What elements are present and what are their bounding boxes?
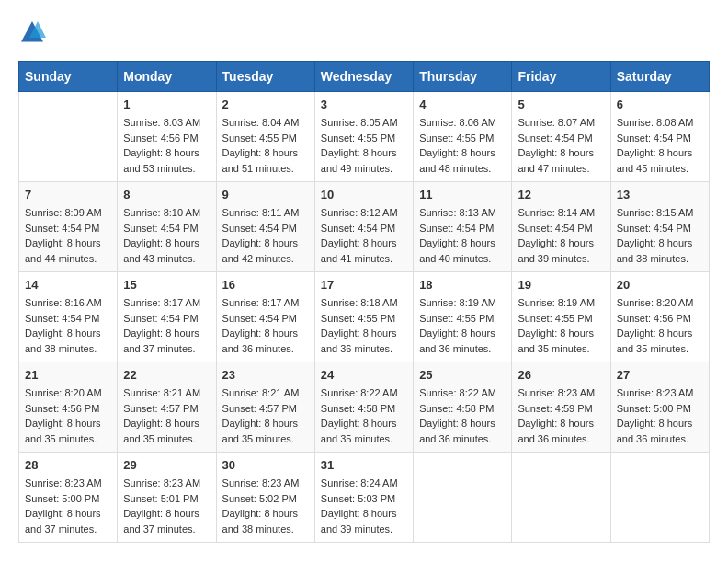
day-info: Sunrise: 8:20 AMSunset: 4:56 PMDaylight:… [25, 385, 111, 446]
day-info: Sunrise: 8:06 AMSunset: 4:55 PMDaylight:… [419, 115, 506, 176]
day-info: Sunrise: 8:15 AMSunset: 4:54 PMDaylight:… [617, 205, 703, 266]
calendar-header-row: SundayMondayTuesdayWednesdayThursdayFrid… [19, 62, 710, 92]
calendar-cell: 31Sunrise: 8:24 AMSunset: 5:03 PMDayligh… [314, 453, 413, 543]
calendar-cell: 26Sunrise: 8:23 AMSunset: 4:59 PMDayligh… [512, 362, 610, 453]
calendar-cell: 15Sunrise: 8:17 AMSunset: 4:54 PMDayligh… [118, 272, 216, 362]
calendar-cell: 13Sunrise: 8:15 AMSunset: 4:54 PMDayligh… [610, 182, 709, 272]
calendar-week-row: 1Sunrise: 8:03 AMSunset: 4:56 PMDaylight… [19, 92, 710, 182]
day-number: 9 [222, 188, 309, 201]
day-number: 30 [222, 458, 309, 472]
calendar-cell: 10Sunrise: 8:12 AMSunset: 4:54 PMDayligh… [314, 182, 413, 272]
day-number: 11 [419, 188, 506, 201]
day-number: 29 [123, 458, 210, 472]
day-number: 15 [123, 278, 210, 292]
day-info: Sunrise: 8:09 AMSunset: 4:54 PMDaylight:… [25, 205, 111, 266]
day-info: Sunrise: 8:23 AMSunset: 4:59 PMDaylight:… [518, 385, 604, 446]
day-number: 31 [321, 458, 407, 472]
calendar-week-row: 21Sunrise: 8:20 AMSunset: 4:56 PMDayligh… [19, 362, 710, 453]
day-number: 4 [419, 98, 506, 111]
logo-icon [18, 18, 46, 46]
day-info: Sunrise: 8:08 AMSunset: 4:54 PMDaylight:… [617, 115, 703, 176]
calendar-header-monday: Monday [118, 62, 216, 92]
day-number: 5 [518, 98, 604, 111]
day-number: 19 [518, 278, 604, 292]
calendar-cell: 22Sunrise: 8:21 AMSunset: 4:57 PMDayligh… [118, 362, 216, 453]
calendar-week-row: 28Sunrise: 8:23 AMSunset: 5:00 PMDayligh… [19, 453, 710, 543]
calendar-cell [512, 453, 610, 543]
day-info: Sunrise: 8:14 AMSunset: 4:54 PMDaylight:… [518, 205, 604, 266]
day-info: Sunrise: 8:19 AMSunset: 4:55 PMDaylight:… [518, 295, 604, 356]
calendar-cell: 29Sunrise: 8:23 AMSunset: 5:01 PMDayligh… [118, 453, 216, 543]
day-info: Sunrise: 8:13 AMSunset: 4:54 PMDaylight:… [419, 205, 506, 266]
day-number: 17 [321, 278, 407, 292]
calendar-cell: 19Sunrise: 8:19 AMSunset: 4:55 PMDayligh… [512, 272, 610, 362]
calendar-cell: 16Sunrise: 8:17 AMSunset: 4:54 PMDayligh… [216, 272, 314, 362]
calendar-cell: 11Sunrise: 8:13 AMSunset: 4:54 PMDayligh… [414, 182, 512, 272]
calendar-cell: 12Sunrise: 8:14 AMSunset: 4:54 PMDayligh… [512, 182, 610, 272]
day-info: Sunrise: 8:04 AMSunset: 4:55 PMDaylight:… [222, 115, 309, 176]
day-number: 3 [321, 98, 407, 111]
page-header [18, 18, 710, 46]
calendar-cell: 4Sunrise: 8:06 AMSunset: 4:55 PMDaylight… [414, 92, 512, 182]
calendar-week-row: 14Sunrise: 8:16 AMSunset: 4:54 PMDayligh… [19, 272, 710, 362]
day-info: Sunrise: 8:07 AMSunset: 4:54 PMDaylight:… [518, 115, 604, 176]
calendar-cell: 14Sunrise: 8:16 AMSunset: 4:54 PMDayligh… [19, 272, 118, 362]
day-number: 23 [222, 368, 309, 382]
day-number: 12 [518, 188, 604, 201]
day-number: 13 [617, 188, 703, 201]
day-number: 25 [419, 368, 506, 382]
day-number: 22 [123, 368, 210, 382]
calendar-header-wednesday: Wednesday [314, 62, 413, 92]
calendar-cell: 5Sunrise: 8:07 AMSunset: 4:54 PMDaylight… [512, 92, 610, 182]
calendar-header-sunday: Sunday [19, 62, 118, 92]
calendar-cell: 30Sunrise: 8:23 AMSunset: 5:02 PMDayligh… [216, 453, 314, 543]
calendar-cell: 2Sunrise: 8:04 AMSunset: 4:55 PMDaylight… [216, 92, 314, 182]
calendar-cell: 1Sunrise: 8:03 AMSunset: 4:56 PMDaylight… [118, 92, 216, 182]
day-info: Sunrise: 8:24 AMSunset: 5:03 PMDaylight:… [321, 476, 407, 536]
logo [18, 18, 50, 46]
day-info: Sunrise: 8:23 AMSunset: 5:00 PMDaylight:… [25, 476, 111, 536]
calendar-header-thursday: Thursday [414, 62, 512, 92]
day-info: Sunrise: 8:19 AMSunset: 4:55 PMDaylight:… [419, 295, 506, 356]
calendar-cell: 25Sunrise: 8:22 AMSunset: 4:58 PMDayligh… [414, 362, 512, 453]
day-number: 18 [419, 278, 506, 292]
calendar-cell: 6Sunrise: 8:08 AMSunset: 4:54 PMDaylight… [610, 92, 709, 182]
calendar-cell: 23Sunrise: 8:21 AMSunset: 4:57 PMDayligh… [216, 362, 314, 453]
calendar-cell [19, 92, 118, 182]
calendar-week-row: 7Sunrise: 8:09 AMSunset: 4:54 PMDaylight… [19, 182, 710, 272]
calendar-cell: 18Sunrise: 8:19 AMSunset: 4:55 PMDayligh… [414, 272, 512, 362]
day-number: 7 [25, 188, 111, 201]
day-number: 24 [321, 368, 407, 382]
calendar-cell: 24Sunrise: 8:22 AMSunset: 4:58 PMDayligh… [314, 362, 413, 453]
calendar-header-saturday: Saturday [610, 62, 709, 92]
day-info: Sunrise: 8:03 AMSunset: 4:56 PMDaylight:… [123, 115, 210, 176]
day-info: Sunrise: 8:17 AMSunset: 4:54 PMDaylight:… [222, 295, 309, 356]
calendar-cell [610, 453, 709, 543]
calendar-cell [414, 453, 512, 543]
day-info: Sunrise: 8:12 AMSunset: 4:54 PMDaylight:… [321, 205, 407, 266]
day-number: 8 [123, 188, 210, 201]
calendar-cell: 20Sunrise: 8:20 AMSunset: 4:56 PMDayligh… [610, 272, 709, 362]
day-info: Sunrise: 8:16 AMSunset: 4:54 PMDaylight:… [25, 295, 111, 356]
calendar-header-friday: Friday [512, 62, 610, 92]
day-number: 6 [617, 98, 703, 111]
day-info: Sunrise: 8:11 AMSunset: 4:54 PMDaylight:… [222, 205, 309, 266]
calendar-cell: 7Sunrise: 8:09 AMSunset: 4:54 PMDaylight… [19, 182, 118, 272]
day-number: 20 [617, 278, 703, 292]
day-info: Sunrise: 8:23 AMSunset: 5:01 PMDaylight:… [123, 476, 210, 536]
day-number: 28 [25, 458, 111, 472]
day-number: 1 [123, 98, 210, 111]
calendar-cell: 21Sunrise: 8:20 AMSunset: 4:56 PMDayligh… [19, 362, 118, 453]
day-info: Sunrise: 8:17 AMSunset: 4:54 PMDaylight:… [123, 295, 210, 356]
day-number: 27 [617, 368, 703, 382]
day-number: 26 [518, 368, 604, 382]
day-number: 14 [25, 278, 111, 292]
calendar-cell: 8Sunrise: 8:10 AMSunset: 4:54 PMDaylight… [118, 182, 216, 272]
calendar-cell: 3Sunrise: 8:05 AMSunset: 4:55 PMDaylight… [314, 92, 413, 182]
calendar-cell: 27Sunrise: 8:23 AMSunset: 5:00 PMDayligh… [610, 362, 709, 453]
day-number: 16 [222, 278, 309, 292]
calendar-cell: 17Sunrise: 8:18 AMSunset: 4:55 PMDayligh… [314, 272, 413, 362]
day-info: Sunrise: 8:18 AMSunset: 4:55 PMDaylight:… [321, 295, 407, 356]
calendar-cell: 9Sunrise: 8:11 AMSunset: 4:54 PMDaylight… [216, 182, 314, 272]
day-info: Sunrise: 8:22 AMSunset: 4:58 PMDaylight:… [419, 385, 506, 446]
